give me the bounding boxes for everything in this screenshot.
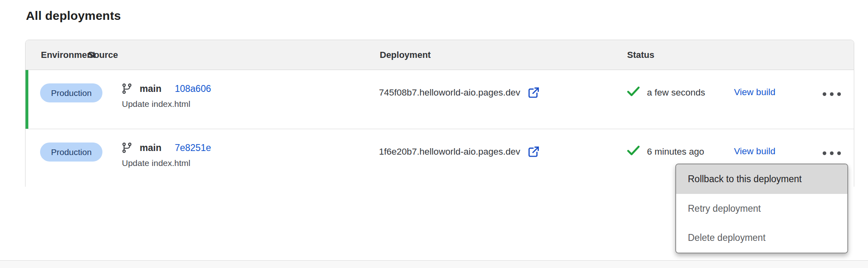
row-actions-menu: Rollback to this deployment Retry deploy… (675, 164, 848, 253)
success-check-icon (627, 145, 640, 158)
view-build-link[interactable]: View build (734, 87, 775, 98)
git-branch-icon (122, 83, 132, 94)
status-cell: 6 minutes ago (627, 145, 704, 158)
menu-item-delete[interactable]: Delete deployment (676, 223, 847, 253)
menu-item-retry[interactable]: Retry deployment (676, 194, 847, 223)
source-cell: main 7e8251e Update index.html (122, 142, 211, 168)
git-branch-icon (122, 142, 132, 153)
view-build-link[interactable]: View build (734, 146, 775, 157)
commit-link[interactable]: 108a606 (175, 83, 211, 94)
commit-link[interactable]: 7e8251e (175, 143, 211, 153)
commit-message: Update index.html (122, 99, 211, 109)
table-row: Production main 108a606 Update index.htm… (26, 70, 854, 129)
environment-badge: Production (40, 83, 102, 102)
external-link-icon[interactable] (528, 145, 540, 158)
column-header-source: Source (88, 50, 118, 60)
branch-name: main (140, 143, 162, 153)
deployment-url: 1f6e20b7.helloworld-aio.pages.dev (379, 147, 520, 157)
deployment-cell: 1f6e20b7.helloworld-aio.pages.dev (379, 145, 540, 158)
row-actions-button[interactable] (821, 91, 842, 98)
column-header-environment: Environment (41, 50, 95, 60)
current-deployment-indicator (26, 70, 28, 129)
menu-item-rollback[interactable]: Rollback to this deployment (676, 164, 847, 194)
table-header-row: Environment Source Deployment Status (26, 40, 854, 70)
source-cell: main 108a606 Update index.html (122, 83, 211, 109)
commit-message: Update index.html (122, 158, 211, 168)
success-check-icon (627, 86, 640, 99)
column-header-status: Status (627, 50, 654, 60)
status-time: a few seconds (647, 87, 705, 98)
status-cell: a few seconds (627, 86, 705, 99)
column-header-deployment: Deployment (380, 50, 431, 60)
page-bottom-divider (0, 260, 868, 268)
external-link-icon[interactable] (528, 86, 540, 99)
deployment-cell: 745f08b7.helloworld-aio.pages.dev (379, 86, 540, 99)
ellipsis-icon (823, 151, 826, 155)
ellipsis-icon (823, 92, 826, 96)
branch-name: main (140, 83, 162, 94)
deployment-url: 745f08b7.helloworld-aio.pages.dev (379, 87, 520, 98)
status-time: 6 minutes ago (647, 147, 704, 157)
environment-badge: Production (40, 143, 102, 162)
page-title: All deployments (26, 9, 121, 23)
row-actions-button[interactable] (821, 150, 842, 157)
